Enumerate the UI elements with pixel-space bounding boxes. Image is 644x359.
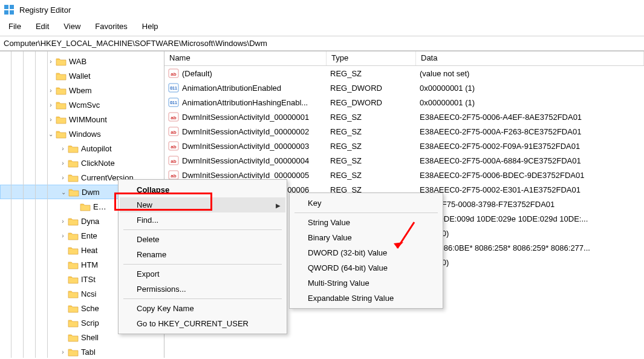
menu-edit[interactable]: Edit [30,21,55,32]
value-row[interactable]: 011AnimationAttributionHashingEnabl...RE… [164,95,644,110]
cm-delete[interactable]: Delete [120,232,285,247]
tree-item-label: WIMMount [69,115,107,124]
folder-icon [68,318,79,328]
value-name: DwmInitSessionActivityId_00000004 [182,156,309,165]
tree-item[interactable]: ›Wbem [0,83,164,97]
col-header-data[interactable]: Data [416,51,644,65]
menubar: File Edit View Favorites Help [0,19,644,36]
chevron-right-icon[interactable]: › [46,102,56,108]
folder-icon [68,260,79,269]
folder-icon [68,347,79,357]
cm-new-string[interactable]: String Value [291,215,441,230]
reg-sz-icon: ab [168,126,179,137]
folder-icon [68,173,79,182]
menu-file[interactable]: File [2,21,27,32]
cm-new-binary[interactable]: Binary Value [291,230,441,245]
menu-view[interactable]: View [57,21,86,32]
chevron-down-icon[interactable]: ⌄ [59,189,68,196]
cm-separator [123,264,282,265]
tree-item[interactable]: ›WIMMount [0,112,164,127]
cm-goto-hkcu[interactable]: Go to HKEY_CURRENT_USER [120,316,285,331]
tree-item-label: Dyna [81,217,99,226]
value-row[interactable]: abDwmInitSessionActivityId_00000002REG_S… [164,124,644,139]
cm-rename[interactable]: Rename [120,247,285,262]
value-type: REG_DWORD [327,98,416,107]
value-row[interactable]: abDwmInitSessionActivityId_00000003REG_S… [164,139,644,153]
value-data: E38AEEC0-2F75-0006-A4EF-8AE3752FDA01 [416,113,644,122]
address-bar[interactable]: Computer\HKEY_LOCAL_MACHINE\SOFTWARE\Mic… [0,36,644,51]
cm-new-qword[interactable]: QWORD (64-bit) Value [291,260,441,275]
value-name: DwmInitSessionActivityId_00000005 [182,171,309,180]
chevron-right-icon[interactable]: › [58,218,68,225]
folder-icon [68,275,79,284]
chevron-down-icon[interactable]: ⌄ [46,131,56,137]
col-header-type[interactable]: Type [327,51,416,65]
context-menu-new[interactable]: Key String Value Binary Value DWORD (32-… [289,193,443,309]
folder-icon [68,231,79,240]
value-name: DwmInitSessionActivityId_00000001 [182,113,309,122]
tree-item-label: Scrip [81,318,99,328]
tree-item[interactable]: ›WAB [0,54,164,68]
svg-rect-0 [4,5,8,9]
address-path: Computer\HKEY_LOCAL_MACHINE\SOFTWARE\Mic… [4,39,267,48]
value-type: REG_SZ [327,69,416,78]
chevron-right-icon: ▶ [276,202,281,208]
cm-separator [123,298,282,299]
value-data: 0x00000001 (1) [416,84,644,93]
cm-collapse[interactable]: Collapse [120,182,285,197]
tree-item[interactable]: ›Tabl [0,344,164,358]
value-row[interactable]: 011AnimationAttributionEnabledREG_DWORD0… [164,81,644,95]
value-name: AnimationAttributionEnabled [182,84,281,93]
chevron-right-icon[interactable]: › [58,160,68,166]
tree-item-label: HTM [81,260,98,269]
tree-item[interactable]: ›WcmSvc [0,97,164,112]
chevron-right-icon[interactable]: › [58,174,68,181]
chevron-right-icon[interactable]: › [46,87,56,94]
folder-icon [56,115,67,124]
reg-sz-icon: ab [168,155,179,166]
tree-item[interactable]: Wallet [0,68,164,83]
tree-item[interactable]: ›ClickNote [0,156,164,170]
tree-item[interactable]: ›Autopilot [0,141,164,156]
cm-new-key[interactable]: Key [291,196,441,211]
context-menu-tree[interactable]: Collapse New ▶ Find... Delete Rename Exp… [118,179,287,334]
value-data: 245 10DE:009d 10DE:029e 10DE:029d 10DE:.… [416,214,644,223]
menu-help[interactable]: Help [136,21,164,32]
chevron-right-icon[interactable]: › [58,145,68,152]
cm-new[interactable]: New ▶ [120,197,285,212]
value-type: REG_DWORD [327,84,416,93]
col-header-name[interactable]: Name [164,51,327,65]
chevron-right-icon[interactable]: › [58,232,68,239]
value-row[interactable]: ab(Default)REG_SZ(value not set) [164,66,644,81]
value-data: 0000 (0) [416,229,644,238]
svg-rect-1 [10,5,14,9]
value-data: (value not set) [416,69,644,78]
value-row[interactable]: abDwmInitSessionActivityId_00000004REG_S… [164,153,644,168]
folder-icon [68,217,79,226]
chevron-right-icon[interactable]: › [58,349,68,355]
cm-separator [123,229,282,230]
cm-copy-key-name[interactable]: Copy Key Name [120,301,285,316]
cm-new-expandable[interactable]: Expandable String Value [291,291,441,306]
cm-export[interactable]: Export [120,266,285,282]
cm-find[interactable]: Find... [120,212,285,228]
value-name: DwmInitSessionActivityId_00000002 [182,127,309,136]
value-type: REG_SZ [327,142,416,151]
value-data: E38AEEC0-2F75-000A-6884-9CE3752FDA01 [416,156,644,165]
value-row[interactable]: abDwmInitSessionActivityId_00000001REG_S… [164,110,644,124]
value-data: EC0-2F75-0008-3798-F7E3752FDA01 [416,200,644,209]
tree-item-label: Sche [81,304,99,313]
cm-new-dword[interactable]: DWORD (32-bit) Value [291,245,441,260]
cm-new-multistring[interactable]: Multi-String Value [291,275,441,291]
tree-item-label: Wbem [69,86,92,95]
chevron-right-icon[interactable]: › [46,116,56,123]
value-type: REG_SZ [327,113,416,122]
menu-favorites[interactable]: Favorites [89,21,133,32]
app-title: Registry Editor [19,5,71,15]
tree-item-label: Autopilot [81,144,112,153]
chevron-right-icon[interactable]: › [46,58,56,65]
svg-text:011: 011 [170,86,177,90]
cm-permissions[interactable]: Permissions... [120,282,285,297]
reg-dword-icon: 011 [168,97,179,108]
tree-item[interactable]: ⌄Windows [0,127,164,141]
